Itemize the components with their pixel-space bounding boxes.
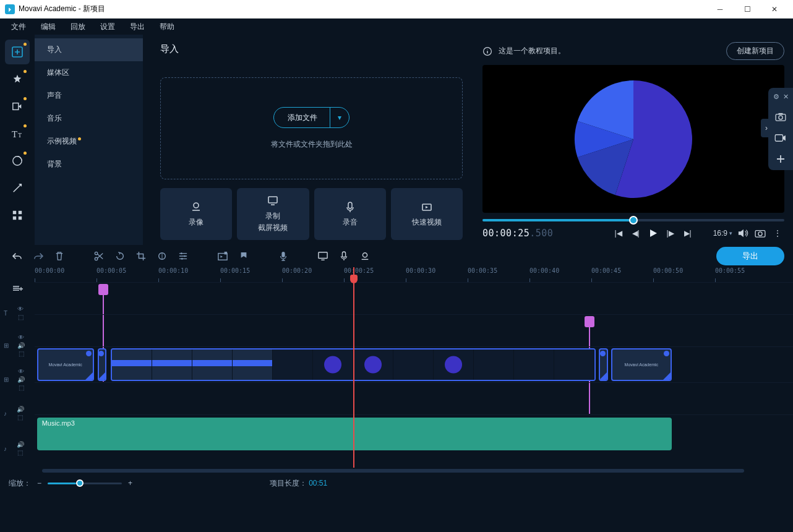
tool-filters[interactable] [5, 67, 30, 92]
tool-import[interactable] [5, 40, 30, 64]
new-project-button[interactable]: 创建新项目 [726, 42, 784, 60]
timeline-marker[interactable] [98, 284, 108, 295]
track-label-audio1[interactable]: ♪🔊⬚ [0, 397, 35, 429]
zoom-out-button[interactable]: − [37, 479, 41, 487]
timeline-marker[interactable] [585, 316, 594, 327]
close-button[interactable]: ✕ [761, 1, 788, 18]
aspect-ratio-select[interactable]: 16:9 ▾ [713, 226, 732, 240]
color-button[interactable] [153, 247, 171, 265]
more-icon[interactable]: ⋮ [771, 226, 784, 240]
skip-start-icon[interactable]: |◀ [612, 226, 625, 240]
menu-bar: 文件 编辑 回放 设置 导出 帮助 [0, 19, 793, 35]
adjust-button[interactable] [174, 247, 192, 265]
tool-stickers[interactable] [5, 148, 30, 173]
add-file-button[interactable]: 添加文件 ▾ [273, 107, 349, 128]
track-label-title[interactable]: T👁⬚ [0, 297, 35, 329]
add-icon[interactable] [773, 153, 788, 165]
video-clip[interactable]: Movavi Academic [611, 348, 672, 381]
undo-button[interactable] [9, 247, 26, 265]
marker-button[interactable] [235, 247, 252, 265]
title-track[interactable] [35, 282, 793, 314]
import-heading: 导入 [160, 43, 463, 55]
crop-button[interactable] [132, 247, 150, 265]
play-icon[interactable] [646, 226, 660, 240]
pie-chart [568, 74, 698, 204]
drop-zone[interactable]: 添加文件 ▾ 将文件或文件夹拖到此处 [160, 77, 463, 179]
rotate-button[interactable] [111, 247, 129, 265]
svg-point-9 [194, 203, 199, 208]
add-track-button[interactable] [8, 282, 27, 294]
svg-rect-1 [13, 103, 19, 110]
frame-fwd-icon[interactable]: |▶ [664, 226, 677, 240]
transition-wizard-button[interactable] [214, 247, 231, 265]
menu-file[interactable]: 文件 [5, 19, 32, 35]
subpanel-item-背景[interactable]: 背景 [35, 153, 143, 176]
svg-rect-30 [342, 252, 345, 257]
zoom-label: 缩放： [9, 478, 31, 489]
delete-button[interactable] [51, 247, 68, 265]
overlay-track[interactable] [35, 314, 793, 346]
rec-button-2[interactable]: 录音 [314, 188, 386, 240]
tool-titles[interactable]: TT [5, 121, 30, 146]
zoom-slider[interactable] [48, 483, 122, 484]
subpanel-item-声音[interactable]: 声音 [35, 84, 143, 107]
tool-callouts[interactable] [5, 176, 30, 200]
audio-track-2[interactable]: Music.mp3 [35, 414, 793, 453]
preview-seek-slider[interactable] [482, 219, 784, 221]
svg-rect-5 [13, 211, 16, 214]
timeline-scrollbar[interactable] [35, 468, 758, 474]
subpanel-item-示例视频[interactable]: 示例视频 [35, 130, 143, 153]
menu-export[interactable]: 导出 [124, 19, 151, 35]
snapshot-icon[interactable] [773, 111, 788, 123]
menu-edit[interactable]: 编辑 [35, 19, 62, 35]
tracks-area[interactable]: 00:00:0000:00:0500:00:1000:00:1500:00:20… [35, 267, 793, 468]
video-clip[interactable]: Movavi Academic [37, 348, 94, 381]
record-video-icon[interactable] [773, 132, 788, 144]
track-label-video[interactable]: ⊞👁🔊⬚ [0, 361, 35, 397]
gear-icon[interactable]: ⚙ [773, 93, 779, 101]
svg-rect-8 [19, 217, 22, 220]
menu-settings[interactable]: 设置 [94, 19, 121, 35]
track-label-overlay[interactable]: ⊞👁🔊⬚ [0, 329, 35, 361]
minimize-button[interactable]: ─ [706, 1, 734, 18]
maximize-button[interactable]: ☐ [734, 1, 761, 18]
frame-back-icon[interactable]: ◀| [629, 226, 643, 240]
tool-more[interactable] [5, 203, 30, 228]
playhead[interactable] [353, 267, 354, 468]
video-clip[interactable] [599, 348, 608, 381]
svg-point-33 [364, 356, 382, 374]
close-icon[interactable]: ✕ [783, 93, 789, 101]
export-button[interactable]: 导出 [716, 247, 784, 265]
left-toolbar: TT [0, 35, 35, 245]
subpanel-item-音乐[interactable]: 音乐 [35, 107, 143, 130]
skip-end-icon[interactable]: ▶| [681, 226, 695, 240]
video-clip[interactable] [98, 348, 107, 381]
volume-icon[interactable] [736, 226, 750, 240]
add-file-dropdown[interactable]: ▾ [330, 113, 349, 122]
preview-timecode: 00:00:25.500 [482, 228, 553, 239]
timeline-ruler[interactable]: 00:00:0000:00:0500:00:1000:00:1500:00:20… [35, 267, 793, 282]
rec-button-3[interactable]: 快速视频 [391, 188, 463, 240]
zoom-in-button[interactable]: + [128, 479, 132, 487]
audio-track-1[interactable] [35, 382, 793, 414]
rec-button-1[interactable]: 录制截屏视频 [237, 188, 309, 240]
preview-screen[interactable] [482, 65, 784, 213]
video-track[interactable]: Movavi AcademicMovavi Academic [35, 346, 793, 382]
subpanel-item-导入[interactable]: 导入 [35, 38, 143, 61]
tool-transitions[interactable] [5, 94, 30, 119]
rec-cam-button[interactable] [356, 247, 374, 265]
voiceover-button[interactable] [275, 247, 292, 265]
track-label-audio2[interactable]: ♪🔊⬚ [0, 429, 35, 468]
menu-help[interactable]: 帮助 [153, 19, 181, 35]
rec-screen-button[interactable] [314, 247, 332, 265]
svg-point-32 [324, 356, 341, 374]
subpanel-item-媒体区[interactable]: 媒体区 [35, 61, 143, 84]
menu-playback[interactable]: 回放 [64, 19, 92, 35]
redo-button[interactable] [30, 247, 47, 265]
rec-button-0[interactable]: 录像 [160, 188, 232, 240]
camera-icon[interactable] [753, 226, 767, 240]
rec-mic-button[interactable] [335, 247, 353, 265]
status-bar: 缩放： − + 项目长度： 00:51 [0, 474, 793, 492]
split-button[interactable] [90, 247, 108, 265]
chevron-left-icon[interactable]: › [761, 119, 772, 137]
